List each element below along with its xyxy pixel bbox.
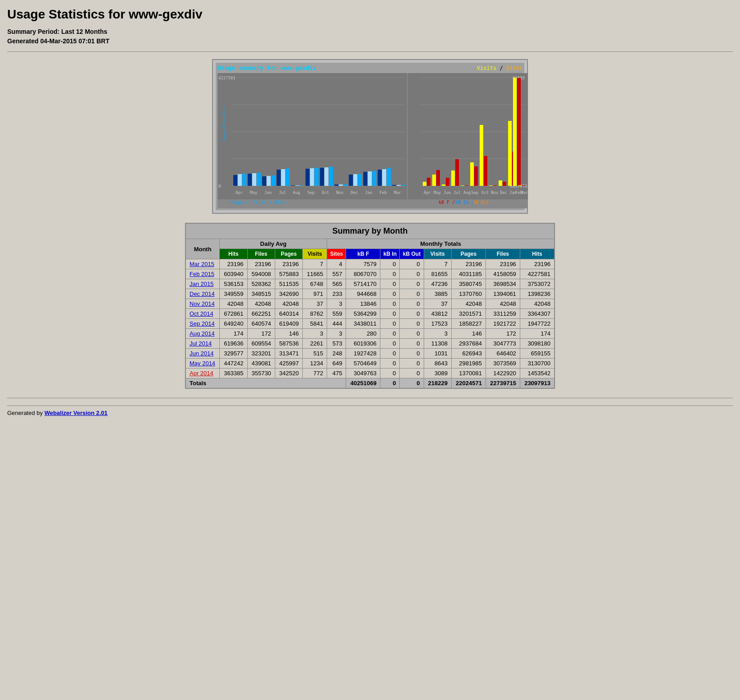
svg-text:Aug: Aug bbox=[293, 190, 300, 195]
month-link[interactable]: Jun 2014 bbox=[190, 350, 214, 357]
svg-rect-86 bbox=[517, 78, 521, 186]
table-header-row-2: Hits Files Pages Visits Sites kB F kB In… bbox=[185, 249, 555, 259]
cell-month: Sep 2014 bbox=[185, 319, 220, 329]
svg-rect-22 bbox=[296, 185, 300, 186]
cell-kbout: 0 bbox=[400, 269, 424, 279]
totals-kbin: 0 bbox=[380, 378, 400, 389]
summary-table: Summary by Month Month Daily Avg Monthly… bbox=[185, 223, 555, 389]
cell-pages: 575883 bbox=[275, 269, 302, 279]
svg-rect-67 bbox=[432, 175, 436, 186]
cell-sites: 3 bbox=[327, 329, 346, 339]
month-link[interactable]: Feb 2015 bbox=[190, 271, 214, 277]
svg-text:kB F /: kB F / bbox=[439, 200, 455, 205]
svg-text:Pages / Files / Hits: Pages / Files / Hits bbox=[231, 200, 285, 205]
cell-m-pages: 1370081 bbox=[451, 368, 486, 378]
svg-rect-40 bbox=[382, 169, 386, 186]
svg-text:Sep: Sep bbox=[307, 190, 314, 195]
cell-kbout: 0 bbox=[400, 279, 424, 289]
cell-files: 594008 bbox=[247, 269, 275, 279]
cell-hits: 603940 bbox=[220, 269, 247, 279]
svg-text:Mar: Mar bbox=[394, 190, 402, 195]
chart-inner: Usage summary for www-gexdiv Visits / Si… bbox=[216, 63, 524, 210]
cell-kbin: 0 bbox=[380, 299, 400, 309]
table-title-row: Summary by Month bbox=[185, 223, 555, 239]
table-row: Feb 2015 603940 594008 575883 11665 557 … bbox=[185, 269, 555, 279]
table-row: Sep 2014 649240 640574 619409 5841 444 3… bbox=[185, 319, 555, 329]
cell-m-files: 1394061 bbox=[486, 289, 520, 299]
month-link[interactable]: Nov 2014 bbox=[190, 300, 215, 307]
cell-m-pages: 4031185 bbox=[451, 269, 486, 279]
totals-m-files: 22739715 bbox=[486, 378, 520, 389]
cell-pages: 42048 bbox=[275, 299, 302, 309]
cell-kbin: 0 bbox=[380, 339, 400, 349]
cell-sites: 565 bbox=[327, 279, 346, 289]
month-link[interactable]: Jan 2015 bbox=[190, 281, 214, 287]
cell-m-files: 4158059 bbox=[486, 269, 520, 279]
table-row: Jan 2015 536153 528362 511535 6748 565 5… bbox=[185, 279, 555, 289]
cell-m-hits: 659155 bbox=[520, 349, 555, 359]
cell-m-files: 3073569 bbox=[486, 359, 520, 368]
cell-files: 172 bbox=[247, 329, 275, 339]
cell-m-visits: 81655 bbox=[424, 269, 451, 279]
cell-kbout: 0 bbox=[400, 309, 424, 319]
svg-rect-83 bbox=[508, 121, 512, 186]
table-row: May 2014 447242 439081 425997 1234 649 5… bbox=[185, 359, 555, 368]
cell-m-hits: 3364307 bbox=[520, 309, 555, 319]
cell-kbf: 280 bbox=[346, 329, 380, 339]
cell-m-hits: 23196 bbox=[520, 259, 555, 269]
chart-svg: 4227581 0 Pages/Files/Hits bbox=[217, 73, 528, 208]
cell-m-visits: 3 bbox=[424, 329, 451, 339]
month-link[interactable]: Aug 2014 bbox=[190, 330, 215, 337]
cell-sites: 248 bbox=[327, 349, 346, 359]
cell-hits: 363385 bbox=[220, 368, 247, 378]
month-link[interactable]: Mar 2015 bbox=[190, 261, 214, 267]
svg-rect-36 bbox=[363, 172, 367, 186]
svg-rect-18 bbox=[277, 170, 281, 186]
svg-rect-14 bbox=[257, 173, 261, 186]
svg-rect-25 bbox=[310, 168, 314, 186]
month-link[interactable]: Jul 2014 bbox=[190, 340, 212, 347]
cell-kbin: 0 bbox=[380, 368, 400, 378]
cell-files: 439081 bbox=[247, 359, 275, 368]
cell-m-files: 3698534 bbox=[486, 279, 520, 289]
svg-rect-30 bbox=[334, 184, 338, 186]
cell-kbf: 1927428 bbox=[346, 349, 380, 359]
cell-pages: 146 bbox=[275, 329, 302, 339]
svg-rect-80 bbox=[493, 185, 497, 186]
month-link[interactable]: Sep 2014 bbox=[190, 320, 215, 327]
svg-rect-17 bbox=[271, 175, 275, 186]
cell-m-pages: 3580745 bbox=[451, 279, 486, 289]
svg-rect-87 bbox=[518, 185, 522, 186]
svg-rect-81 bbox=[499, 180, 502, 186]
m-visits-header: Visits bbox=[424, 249, 451, 259]
month-link[interactable]: Oct 2014 bbox=[190, 310, 213, 317]
svg-text:Sep: Sep bbox=[471, 190, 478, 195]
pages-header: Pages bbox=[275, 249, 302, 259]
svg-rect-15 bbox=[262, 176, 266, 186]
cell-m-visits: 17523 bbox=[424, 319, 451, 329]
cell-kbf: 3049763 bbox=[346, 368, 380, 378]
chart-title: Usage summary for www-gexdiv bbox=[217, 64, 316, 71]
generated-date: Generated 04-Mar-2015 07:01 BRT bbox=[7, 37, 733, 46]
totals-kbout: 0 bbox=[400, 378, 424, 389]
cell-m-pages: 1370760 bbox=[451, 289, 486, 299]
svg-rect-29 bbox=[329, 167, 333, 186]
month-link[interactable]: Apr 2014 bbox=[190, 370, 213, 377]
cell-month: Dec 2014 bbox=[185, 289, 220, 299]
cell-visits: 8762 bbox=[303, 309, 327, 319]
cell-visits: 2261 bbox=[303, 339, 327, 349]
svg-rect-38 bbox=[372, 171, 376, 186]
svg-rect-76 bbox=[474, 166, 478, 186]
cell-m-hits: 1398236 bbox=[520, 289, 555, 299]
footer-link[interactable]: Webalizer Version 2.01 bbox=[44, 410, 107, 416]
cell-sites: 649 bbox=[327, 359, 346, 368]
cell-visits: 971 bbox=[303, 289, 327, 299]
month-link[interactable]: Dec 2014 bbox=[190, 290, 215, 297]
month-link[interactable]: May 2014 bbox=[190, 360, 215, 367]
cell-sites: 233 bbox=[327, 289, 346, 299]
cell-month: Feb 2015 bbox=[185, 269, 220, 279]
cell-m-visits: 43812 bbox=[424, 309, 451, 319]
svg-rect-35 bbox=[358, 174, 362, 186]
cell-m-files: 3047773 bbox=[486, 339, 520, 349]
cell-m-visits: 8643 bbox=[424, 359, 451, 368]
